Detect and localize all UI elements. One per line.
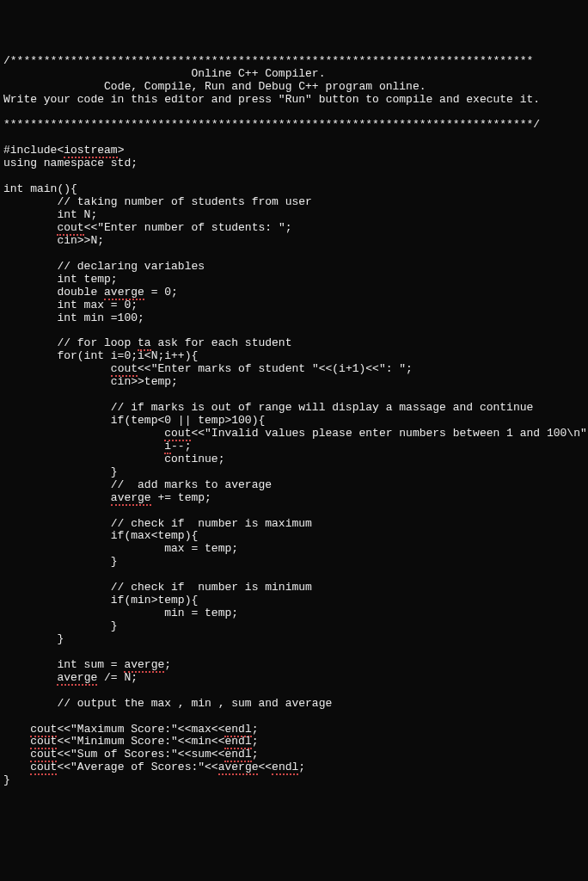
code-line: continue; — [3, 453, 224, 465]
code-line: int max = 0; — [3, 299, 138, 311]
code-line: ****************************************… — [3, 118, 540, 131]
code-line: averge /= N; — [3, 671, 138, 686]
code-line: } — [3, 773, 10, 786]
code-line: using namespace std; — [3, 157, 138, 169]
code-line: if(min>temp){ — [3, 594, 198, 607]
code-line: Online C++ Compiler. — [3, 67, 325, 80]
code-line: int temp; — [3, 273, 118, 286]
code-line: int min =100; — [3, 311, 144, 324]
code-line: // check if number is maximum — [3, 517, 312, 530]
code-line: // taking number of students from user — [3, 195, 312, 208]
code-line: // check if number is minimum — [3, 581, 312, 594]
code-line: // add marks to average — [3, 478, 272, 491]
code-line: cin>>N; — [3, 234, 104, 247]
code-line: } — [3, 465, 118, 478]
code-line: // if marks is out of range will display… — [3, 401, 533, 414]
code-line: cout<<"Average of Scores:"<<averge<<endl… — [3, 761, 305, 775]
spell-error: averge — [57, 671, 97, 686]
spell-error: cout — [30, 761, 57, 775]
code-line: } — [3, 619, 118, 632]
code-line: if(temp<0 || temp>100){ — [3, 414, 265, 427]
code-line: } — [3, 555, 118, 568]
code-line: Write your code in this editor and press… — [3, 93, 540, 106]
spell-error: endl — [272, 761, 298, 775]
code-line: if(max<temp){ — [3, 529, 198, 542]
code-line: int main(){ — [3, 182, 77, 195]
code-line: max = temp; — [3, 542, 238, 555]
code-line: } — [3, 632, 64, 645]
code-line: min = temp; — [3, 607, 238, 619]
spell-error: averge — [111, 491, 151, 506]
code-line: /***************************************… — [3, 54, 533, 67]
code-line: cin>>temp; — [3, 375, 178, 388]
code-line: // declaring variables — [3, 260, 205, 273]
code-line: averge += temp; — [3, 491, 211, 506]
code-line: // output the max , min , sum and averag… — [3, 697, 332, 710]
spell-error: averge — [218, 761, 259, 775]
code-line: Code, Compile, Run and Debug C++ program… — [3, 80, 426, 93]
code-editor[interactable]: /***************************************… — [3, 55, 585, 881]
code-line: int N; — [3, 208, 97, 221]
code-line: for(int i=0;i<N;i++){ — [3, 349, 198, 362]
